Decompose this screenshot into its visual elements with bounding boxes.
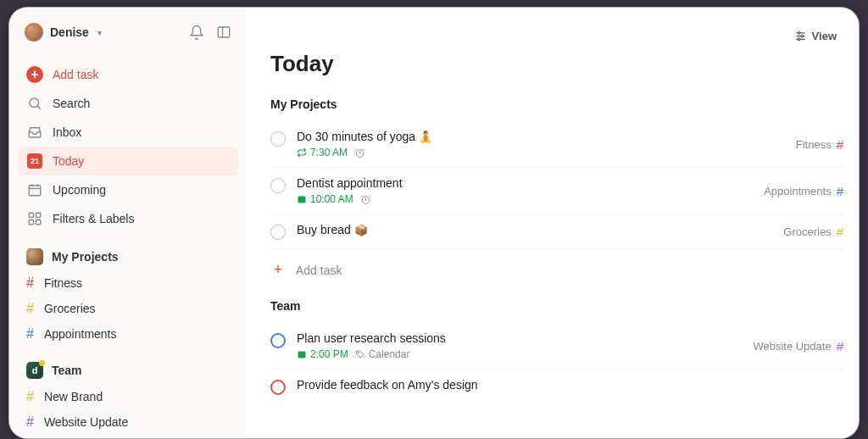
project-item-website-update[interactable]: # Website Update xyxy=(18,409,238,435)
task-checkbox[interactable] xyxy=(270,380,286,395)
project-item-appointments[interactable]: # Appointments xyxy=(18,321,238,347)
hash-icon: # xyxy=(26,326,34,342)
task-body: Plan user research sessions 2:00 PM Cale… xyxy=(297,331,743,360)
chevron-down-icon: ▾ xyxy=(97,28,102,37)
sidebar-item-today[interactable]: 21 Today xyxy=(18,147,238,175)
user-menu-button[interactable]: Denise ▾ xyxy=(25,23,102,42)
svg-point-2 xyxy=(30,98,39,108)
view-button[interactable]: View xyxy=(787,26,843,46)
task-row[interactable]: Buy bread 📦 Groceries # xyxy=(270,214,843,249)
alarm-icon xyxy=(354,147,365,158)
workspace-header-personal[interactable]: My Projects xyxy=(18,233,238,270)
svg-rect-9 xyxy=(36,213,41,217)
task-meta: 10:00 AM xyxy=(297,193,754,205)
hash-icon: # xyxy=(837,184,843,198)
calendar-today-icon: 21 xyxy=(27,153,42,169)
page-title: Today xyxy=(270,51,843,77)
project-item-groceries[interactable]: # Groceries xyxy=(18,296,238,321)
date-chip-icon xyxy=(297,349,307,359)
date-chip-icon xyxy=(297,194,307,204)
svg-rect-10 xyxy=(29,220,33,225)
search-icon xyxy=(27,96,42,111)
task-body: Provide feedback on Amy's design xyxy=(297,378,843,392)
task-project-link[interactable]: Groceries # xyxy=(783,225,843,239)
hash-icon: # xyxy=(837,225,843,239)
svg-point-17 xyxy=(798,38,800,41)
avatar xyxy=(25,23,43,42)
workspace-title: Team xyxy=(52,364,82,377)
alarm-indicator xyxy=(354,147,365,158)
task-title: Do 30 minutes of yoga 🧘 xyxy=(297,130,786,143)
task-row[interactable]: Dentist appointment 10:00 AM Appointment… xyxy=(270,168,843,214)
task-row[interactable]: Provide feedback on Amy's design xyxy=(270,370,843,403)
add-task-button[interactable]: + Add task xyxy=(18,60,238,89)
sliders-icon xyxy=(794,30,807,42)
sidebar-nav: + Add task Search Inbox 21 Today Upcomin… xyxy=(18,60,238,233)
sidebar-item-label: Inbox xyxy=(53,125,81,139)
sidebar-item-search[interactable]: Search xyxy=(18,89,238,118)
task-checkbox[interactable] xyxy=(270,131,286,147)
svg-rect-11 xyxy=(36,220,41,225)
task-project-link[interactable]: Appointments # xyxy=(764,184,843,198)
svg-rect-21 xyxy=(298,352,306,358)
alarm-icon xyxy=(360,194,371,205)
task-label: Calendar xyxy=(355,348,410,360)
project-label: Appointments xyxy=(44,327,117,341)
notifications-button[interactable] xyxy=(189,25,204,40)
task-title: Dentist appointment xyxy=(297,176,754,190)
sidebar-header: Denise ▾ xyxy=(18,19,238,52)
username-label: Denise xyxy=(50,25,89,39)
workspace-title: My Projects xyxy=(52,250,119,264)
hash-icon: # xyxy=(26,414,34,430)
task-meta: 2:00 PM Calendar xyxy=(297,348,743,360)
svg-rect-0 xyxy=(218,27,230,37)
plus-circle-icon: + xyxy=(26,66,43,83)
workspace-avatar xyxy=(26,248,43,265)
emoji-icon: 🧘 xyxy=(419,131,432,143)
main-toolbar: View xyxy=(270,26,843,46)
task-body: Dentist appointment 10:00 AM xyxy=(297,176,754,205)
task-time: 10:00 AM xyxy=(297,193,353,205)
task-project-link[interactable]: Website Update # xyxy=(753,339,843,353)
sidebar-item-filters[interactable]: Filters & Labels xyxy=(18,204,238,233)
emoji-icon: 📦 xyxy=(354,224,368,236)
hash-icon: # xyxy=(26,275,34,291)
sidebar: Denise ▾ + Add task Search xyxy=(9,8,247,438)
task-checkbox[interactable] xyxy=(270,225,286,240)
hash-icon: # xyxy=(837,137,843,152)
project-item-fitness[interactable]: # Fitness xyxy=(18,270,238,296)
hash-icon: # xyxy=(837,339,843,353)
grid-icon xyxy=(27,211,42,226)
svg-point-22 xyxy=(357,352,359,353)
sidebar-item-inbox[interactable]: Inbox xyxy=(18,118,238,147)
task-meta: 7:30 AM xyxy=(297,147,786,158)
sidebar-item-upcoming[interactable]: Upcoming xyxy=(18,175,238,204)
main-content: View Today My Projects Do 30 minutes of … xyxy=(247,8,859,438)
toggle-sidebar-button[interactable] xyxy=(216,25,231,40)
project-label: New Brand xyxy=(44,390,103,403)
hash-icon: # xyxy=(26,301,34,316)
task-title: Provide feedback on Amy's design xyxy=(297,378,843,392)
svg-line-3 xyxy=(37,106,41,109)
task-project-link[interactable]: Fitness # xyxy=(796,137,843,152)
sidebar-item-label: Filters & Labels xyxy=(53,212,134,225)
project-item-new-brand[interactable]: # New Brand xyxy=(18,384,238,409)
task-checkbox[interactable] xyxy=(270,333,286,348)
task-time: 2:00 PM xyxy=(297,348,348,360)
bell-icon xyxy=(189,25,204,40)
task-row[interactable]: Do 30 minutes of yoga 🧘 7:30 AM Fitness … xyxy=(270,121,843,168)
svg-point-15 xyxy=(798,32,800,35)
hash-icon: # xyxy=(26,389,34,404)
task-row[interactable]: Plan user research sessions 2:00 PM Cale… xyxy=(270,323,843,370)
workspace-header-team[interactable]: d Team xyxy=(18,347,238,384)
svg-point-16 xyxy=(801,35,804,37)
task-checkbox[interactable] xyxy=(270,178,286,193)
svg-rect-19 xyxy=(298,197,306,203)
recurring-icon xyxy=(297,147,307,158)
add-task-inline-button[interactable]: + Add task xyxy=(270,249,843,299)
add-task-label: Add task xyxy=(296,264,342,277)
task-time: 7:30 AM xyxy=(297,147,348,158)
project-label: Groceries xyxy=(44,302,96,315)
sidebar-item-label: Search xyxy=(53,97,90,110)
svg-rect-8 xyxy=(29,213,33,217)
